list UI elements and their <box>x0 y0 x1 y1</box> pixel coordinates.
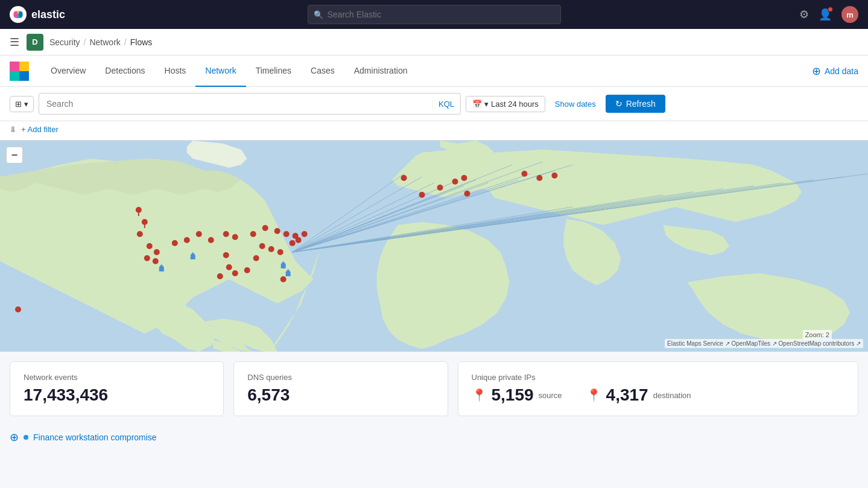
refresh-button[interactable]: ↻ Refresh <box>606 95 665 113</box>
filter-options-button[interactable]: ⥥ <box>10 125 16 134</box>
kql-search-input[interactable] <box>39 99 432 109</box>
breadcrumb: Security / Network / Flows <box>49 37 152 47</box>
filter-bar: ⊞ ▾ KQL 📅 ▾ Last 24 hours Show dates ↻ R… <box>0 87 868 121</box>
dest-pin-icon: 📍 <box>586 388 601 402</box>
plus-circle-icon: ⊕ <box>812 65 821 78</box>
tab-detections[interactable]: Detections <box>95 55 154 87</box>
svg-rect-73 <box>191 255 195 259</box>
svg-point-50 <box>208 237 214 243</box>
tab-cases[interactable]: Cases <box>301 55 344 87</box>
security-logo <box>10 62 29 81</box>
dest-label: destination <box>653 391 691 400</box>
breadcrumb-sep-1: / <box>84 37 86 47</box>
zoom-info: Zoom: 2 <box>803 330 832 340</box>
main-nav: Overview Detections Hosts Network Timeli… <box>0 55 868 87</box>
svg-point-65 <box>226 264 232 270</box>
filter-grid-icon: ⊞ <box>15 100 22 109</box>
time-range-picker[interactable]: 📅 ▾ Last 24 hours <box>466 96 545 112</box>
kql-badge[interactable]: KQL <box>432 100 460 109</box>
menu-toggle[interactable]: ☰ <box>10 36 19 49</box>
avatar[interactable]: m <box>841 6 858 23</box>
svg-rect-6 <box>19 62 29 71</box>
search-icon: 🔍 <box>314 10 323 19</box>
elastic-logo[interactable]: elastic <box>10 6 65 23</box>
breadcrumb-sep-2: / <box>124 37 127 47</box>
svg-rect-77 <box>286 272 291 276</box>
source-pin-icon: 📍 <box>472 388 487 402</box>
svg-point-67 <box>232 270 238 276</box>
breadcrumb-bar: ☰ D Security / Network / Flows <box>0 29 868 55</box>
svg-point-4 <box>19 11 23 17</box>
svg-point-64 <box>223 252 229 258</box>
settings-icon[interactable]: ⚙ <box>799 8 809 21</box>
svg-point-60 <box>290 240 296 246</box>
source-ip-item: 📍 5,159 source <box>472 385 562 405</box>
refresh-icon: ↻ <box>615 99 622 109</box>
breadcrumb-network[interactable]: Network <box>89 37 120 47</box>
zoom-out-button[interactable]: − <box>6 147 23 163</box>
svg-point-84 <box>464 191 470 197</box>
breadcrumb-security[interactable]: Security <box>49 37 80 47</box>
svg-point-46 <box>153 258 159 264</box>
calendar-icon: 📅 <box>472 100 482 109</box>
svg-point-43 <box>147 243 153 249</box>
network-events-value: 17,433,436 <box>24 385 210 405</box>
ips-sub: 📍 5,159 source 📍 4,317 destination <box>472 385 845 405</box>
svg-rect-75 <box>281 264 286 268</box>
finance-link[interactable]: Finance workstation compromise <box>33 433 157 442</box>
add-data-button[interactable]: ⊕ Add data <box>812 65 858 78</box>
filter-icon: ⥥ <box>10 125 16 134</box>
svg-rect-8 <box>19 71 29 81</box>
svg-rect-7 <box>10 71 19 81</box>
source-ip-value: 5,159 <box>492 385 534 405</box>
workspace-avatar: D <box>27 34 43 51</box>
tab-timelines[interactable]: Timelines <box>246 55 301 87</box>
filter-chevron-icon: ▾ <box>24 100 28 109</box>
svg-point-86 <box>536 175 542 181</box>
status-dot <box>24 435 28 440</box>
svg-point-54 <box>262 225 268 231</box>
network-events-label: Network events <box>24 373 210 382</box>
tab-overview[interactable]: Overview <box>41 55 95 87</box>
tab-administration[interactable]: Administration <box>344 55 417 87</box>
destination-ip-item: 📍 4,317 destination <box>586 385 691 405</box>
svg-point-44 <box>154 249 160 255</box>
stats-row: Network events 17,433,436 DNS queries 6,… <box>0 352 868 426</box>
notifications-icon[interactable]: 👤 <box>819 8 832 21</box>
logo-text: elastic <box>31 8 65 21</box>
svg-point-79 <box>401 175 407 181</box>
add-icon[interactable]: ⊕ <box>10 431 19 444</box>
svg-point-88 <box>15 306 21 312</box>
svg-point-51 <box>223 231 229 237</box>
svg-rect-5 <box>10 62 19 71</box>
tab-network[interactable]: Network <box>195 55 246 87</box>
svg-point-42 <box>137 231 143 237</box>
global-search: 🔍 <box>308 5 561 24</box>
search-input[interactable] <box>308 5 561 24</box>
filter-type-button[interactable]: ⊞ ▾ <box>10 96 34 112</box>
svg-point-63 <box>277 249 284 255</box>
search-input-wrap: KQL <box>39 93 461 115</box>
svg-point-52 <box>232 234 238 240</box>
tab-hosts[interactable]: Hosts <box>155 55 196 87</box>
svg-point-45 <box>144 255 150 261</box>
svg-point-81 <box>461 175 467 181</box>
svg-point-68 <box>244 267 250 273</box>
svg-point-69 <box>253 255 259 261</box>
svg-point-56 <box>284 231 290 237</box>
svg-point-87 <box>551 173 557 179</box>
add-filter-button[interactable]: + Add filter <box>21 125 59 134</box>
svg-point-3 <box>13 11 17 17</box>
svg-point-61 <box>259 243 265 249</box>
svg-point-70 <box>280 276 287 282</box>
show-dates-button[interactable]: Show dates <box>550 97 601 112</box>
svg-point-82 <box>437 185 443 191</box>
unique-ips-label: Unique private IPs <box>472 373 845 382</box>
svg-point-59 <box>296 237 302 243</box>
dns-queries-card: DNS queries 6,573 <box>233 361 448 416</box>
svg-point-62 <box>268 246 274 252</box>
dns-queries-label: DNS queries <box>247 373 434 382</box>
svg-point-66 <box>217 273 223 279</box>
unique-ips-card: Unique private IPs 📍 5,159 source 📍 4,31… <box>458 361 859 416</box>
network-events-card: Network events 17,433,436 <box>10 361 224 416</box>
